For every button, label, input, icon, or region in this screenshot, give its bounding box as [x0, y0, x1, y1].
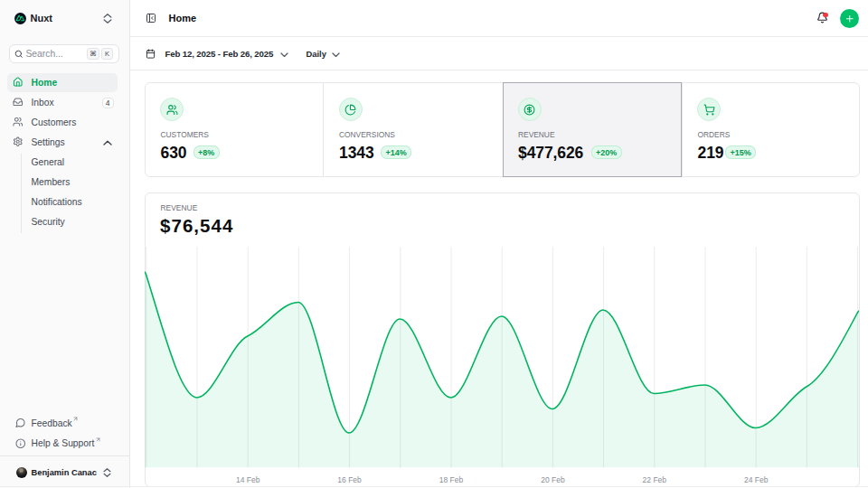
svg-text:24 Feb: 24 Feb [744, 475, 769, 484]
svg-text:20 Feb: 20 Feb [541, 475, 565, 484]
svg-text:18 Feb: 18 Feb [439, 475, 464, 484]
svg-text:14 Feb: 14 Feb [236, 475, 260, 484]
svg-text:22 Feb: 22 Feb [643, 475, 667, 484]
svg-text:16 Feb: 16 Feb [337, 475, 362, 484]
